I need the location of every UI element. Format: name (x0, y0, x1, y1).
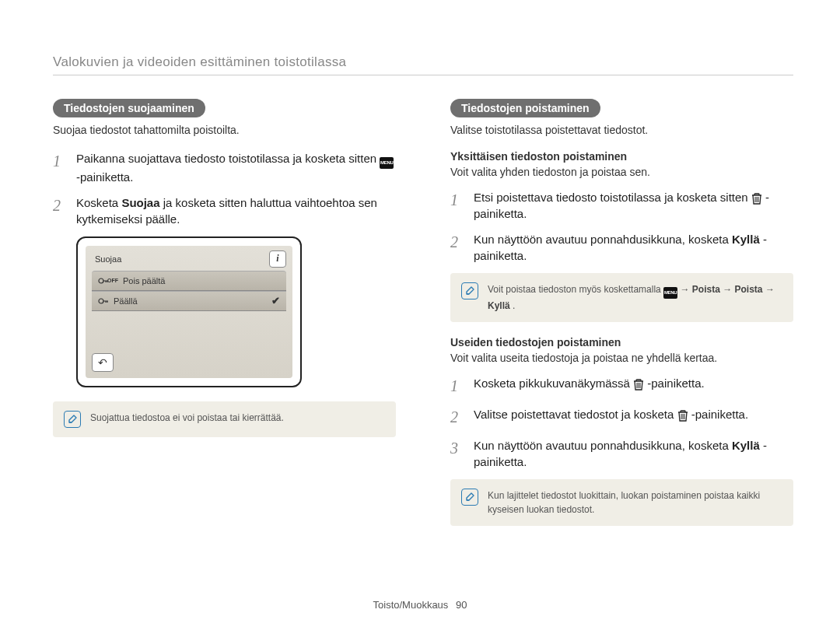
right-column: Tiedostojen poistaminen Valitse toistoti… (450, 99, 793, 534)
trash-icon (751, 192, 762, 205)
note-text-bold: Kyllä (488, 300, 510, 311)
trash-icon (633, 378, 644, 391)
note-delete-menu: Voit poistaa tiedoston myös koskettamall… (450, 273, 793, 322)
page-footer: Toisto/Muokkaus 90 (0, 599, 840, 611)
step-number: 2 (450, 231, 464, 264)
step-text: Valitse poistettavat tiedostot ja kosket… (474, 408, 677, 421)
note-text: Voit poistaa tiedoston myös koskettamall… (488, 284, 663, 295)
protect-step-2: 2 Kosketa Suojaa ja kosketa sitten halut… (53, 194, 396, 227)
step-text: Kosketa pikkukuvanäkymässä (474, 377, 633, 390)
device-option-label: Päällä (114, 296, 138, 306)
note-protect: Suojattua tiedostoa ei voi poistaa tai k… (53, 401, 396, 437)
subhead-single-delete: Yksittäisen tiedoston poistaminen (450, 150, 793, 163)
step-text: Kun näyttöön avautuu ponnahdusikkuna, ko… (474, 439, 732, 452)
step-number: 1 (53, 150, 67, 185)
step-text: -painiketta. (691, 408, 748, 421)
back-icon: ↶ (92, 353, 114, 372)
checkmark-icon: ✔ (271, 295, 280, 306)
info-icon: i (269, 250, 286, 268)
note-icon (461, 489, 478, 506)
menu-icon: MENU (380, 157, 394, 169)
note-icon (461, 282, 478, 299)
device-title: Suojaa (92, 254, 121, 264)
single-delete-step-2: 2 Kun näyttöön avautuu ponnahdusikkuna, … (450, 231, 793, 264)
multi-delete-step-2: 2 Valitse poistettavat tiedostot ja kosk… (450, 406, 793, 428)
footer-section: Toisto/Muokkaus (373, 599, 449, 611)
protect-step-1: 1 Paikanna suojattava tiedosto toistotil… (53, 150, 396, 185)
step-number: 2 (53, 194, 67, 227)
note-text: → (680, 284, 691, 295)
step-text: Paikanna suojattava tiedosto toistotilas… (76, 152, 380, 165)
step-text-bold: Suojaa (121, 196, 159, 209)
device-screenshot: Suojaa i OFF Pois päältä (76, 236, 302, 387)
step-number: 3 (450, 437, 464, 470)
multi-delete-step-1: 1 Kosketa pikkukuvanäkymässä -painiketta… (450, 375, 793, 397)
step-number: 1 (450, 189, 464, 222)
note-category-delete: Kun lajittelet tiedostot luokittain, luo… (450, 479, 793, 526)
device-option-on: Päällä ✔ (92, 291, 286, 311)
step-text: -painiketta. (647, 377, 704, 390)
note-text: Suojattua tiedostoa ei voi poistaa tai k… (90, 411, 284, 428)
trash-icon (677, 409, 688, 422)
single-delete-step-1: 1 Etsi poistettava tiedosto toistotilass… (450, 189, 793, 222)
subhead-multi-delete: Useiden tiedostojen poistaminen (450, 336, 793, 349)
note-text: . (513, 300, 515, 311)
note-text: Kun lajittelet tiedostot luokittain, luo… (488, 489, 782, 517)
subdesc-multi-delete: Voit valita useita tiedostoja ja poistaa… (450, 352, 793, 364)
step-text-bold: Kyllä (732, 439, 760, 452)
note-text: → (765, 284, 775, 295)
step-text: Kun näyttöön avautuu ponnahdusikkuna, ko… (474, 233, 732, 246)
page-number: 90 (456, 599, 467, 611)
subdesc-single-delete: Voit valita yhden tiedoston ja poistaa s… (450, 166, 793, 178)
section-pill-delete: Tiedostojen poistaminen (450, 99, 600, 117)
note-text-bold: Poista (735, 284, 763, 295)
device-option-label: Pois päältä (123, 276, 165, 285)
section-pill-protect: Tiedostojen suojaaminen (53, 99, 205, 117)
step-text: -painiketta. (76, 170, 133, 184)
protect-lead: Suojaa tiedostot tahattomilta poistoilta… (53, 124, 396, 136)
left-column: Tiedostojen suojaaminen Suojaa tiedostot… (53, 99, 396, 534)
device-option-off: OFF Pois päältä (92, 271, 286, 291)
step-text: Etsi poistettava tiedosto toistotilassa … (474, 191, 751, 204)
step-text-bold: Kyllä (732, 233, 760, 246)
multi-delete-step-3: 3 Kun näyttöön avautuu ponnahdusikkuna, … (450, 437, 793, 470)
menu-icon: MENU (663, 287, 677, 299)
key-icon (98, 297, 109, 305)
step-text: Kosketa (76, 196, 121, 209)
note-text: → (723, 284, 734, 295)
step-number: 2 (450, 406, 464, 428)
note-icon (64, 411, 81, 428)
delete-lead: Valitse toistotilassa poistettavat tiedo… (450, 124, 793, 136)
note-text-bold: Poista (692, 284, 720, 295)
page-title: Valokuvien ja videoiden esittäminen tois… (53, 54, 793, 75)
key-off-icon: OFF (98, 277, 118, 285)
step-number: 1 (450, 375, 464, 397)
